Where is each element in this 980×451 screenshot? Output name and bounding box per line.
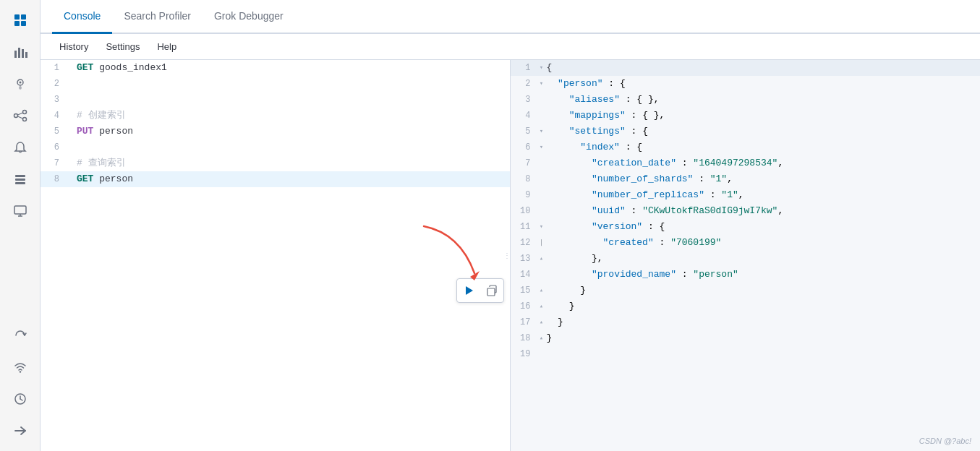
line-content-1: GET goods_index1 bbox=[77, 60, 510, 76]
output-editor[interactable]: 1 ▾ { 2 ▾ "person" : { 3 "aliases" : { }… bbox=[511, 60, 981, 451]
output-line-15: 15 ▴ } bbox=[511, 283, 981, 298]
output-line-num-1: 1 bbox=[511, 60, 537, 76]
line-number-5: 5 bbox=[41, 124, 67, 139]
line-content-4: # 创建索引 bbox=[77, 108, 510, 124]
output-line-5: 5 ▾ "settings" : { bbox=[511, 124, 981, 139]
output-line-8: 8 "number_of_shards" : "1", bbox=[511, 171, 981, 187]
editor-line-4: 4 # 创建索引 bbox=[41, 108, 510, 124]
tab-console[interactable]: Console bbox=[52, 0, 112, 34]
output-line-2: 2 ▾ "person" : { bbox=[511, 76, 981, 92]
editor-line-7: 7 # 查询索引 bbox=[41, 155, 510, 171]
svg-rect-1 bbox=[21, 14, 26, 20]
svg-line-13 bbox=[17, 113, 22, 115]
settings-button[interactable]: Settings bbox=[98, 38, 147, 55]
tab-bar: Console Search Profiler Grok Debugger bbox=[41, 0, 980, 34]
refresh-icon[interactable] bbox=[6, 321, 35, 350]
svg-rect-4 bbox=[14, 51, 17, 58]
line-content-7: # 查询索引 bbox=[77, 155, 510, 171]
svg-rect-6 bbox=[22, 49, 24, 58]
svg-rect-18 bbox=[14, 206, 26, 214]
svg-point-12 bbox=[22, 118, 26, 121]
resize-handle[interactable]: ⋮ bbox=[504, 60, 510, 451]
tab-grok-debugger[interactable]: Grok Debugger bbox=[203, 0, 295, 34]
run-button[interactable] bbox=[459, 280, 479, 301]
svg-point-10 bbox=[14, 114, 17, 118]
bell-icon[interactable] bbox=[6, 133, 35, 162]
tab-search-profiler[interactable]: Search Profiler bbox=[112, 0, 203, 34]
svg-rect-0 bbox=[14, 14, 20, 20]
output-line-10: 10 "uuid" : "CKwUtokfRaS0dIG9jwI7kw", bbox=[511, 203, 981, 219]
svg-rect-15 bbox=[15, 175, 25, 177]
svg-line-14 bbox=[17, 116, 22, 119]
svg-rect-5 bbox=[18, 48, 20, 58]
right-panel: 1 ▾ { 2 ▾ "person" : { 3 "aliases" : { }… bbox=[511, 60, 981, 451]
output-line-9: 9 "number_of_replicas" : "1", bbox=[511, 187, 981, 203]
code-editor[interactable]: 1 GET goods_index1 2 3 4 bbox=[41, 60, 510, 451]
svg-rect-2 bbox=[14, 21, 20, 26]
editor-line-2: 2 bbox=[41, 76, 510, 92]
line-number-7: 7 bbox=[41, 155, 67, 171]
editor-line-5: 5 PUT person bbox=[41, 124, 510, 139]
grid-icon[interactable] bbox=[6, 6, 35, 35]
line-number-4: 4 bbox=[41, 108, 67, 124]
line-number-8: 8 bbox=[41, 171, 67, 187]
editor-line-1: 1 GET goods_index1 bbox=[41, 60, 510, 76]
output-line-12: 12 │ "created" : "7060199" bbox=[511, 235, 981, 251]
clock-icon[interactable] bbox=[6, 385, 35, 413]
output-line-4: 4 "mappings" : { }, bbox=[511, 108, 981, 124]
output-line-13: 13 ▴ }, bbox=[511, 251, 981, 267]
output-line-18: 18 ▴ } bbox=[511, 330, 981, 346]
output-content-1: { bbox=[547, 60, 981, 76]
line-number-1: 1 bbox=[41, 60, 67, 76]
output-line-7: 7 "creation_date" : "1640497298534", bbox=[511, 155, 981, 171]
history-button[interactable]: History bbox=[52, 38, 95, 55]
toolbar: History Settings Help bbox=[41, 34, 980, 60]
copy-button[interactable] bbox=[482, 280, 502, 301]
arrow-right-icon[interactable] bbox=[6, 416, 35, 445]
left-panel: 1 GET goods_index1 2 3 4 bbox=[41, 60, 511, 451]
svg-rect-3 bbox=[21, 21, 26, 26]
wifi-icon[interactable] bbox=[6, 353, 35, 382]
map-icon[interactable] bbox=[6, 69, 35, 98]
output-line-16: 16 ▴ } bbox=[511, 298, 981, 314]
main-content: Console Search Profiler Grok Debugger Hi… bbox=[41, 0, 980, 451]
monitor-icon[interactable] bbox=[6, 197, 35, 226]
output-line-17: 17 ▴ } bbox=[511, 314, 981, 330]
editor-line-3: 3 bbox=[41, 92, 510, 108]
sidebar bbox=[0, 0, 41, 451]
editor-line-8: 8 GET person bbox=[41, 171, 510, 187]
output-line-6: 6 ▾ "index" : { bbox=[511, 139, 981, 155]
svg-marker-26 bbox=[466, 286, 473, 295]
svg-point-11 bbox=[22, 111, 26, 114]
watermark: CSDN @?abc! bbox=[919, 437, 971, 445]
line-number-2: 2 bbox=[41, 76, 67, 92]
svg-point-9 bbox=[19, 82, 21, 84]
line-number-3: 3 bbox=[41, 92, 67, 108]
nodes-icon[interactable] bbox=[6, 101, 35, 130]
output-line-19: 19 bbox=[511, 346, 981, 362]
action-buttons bbox=[456, 278, 504, 303]
svg-rect-7 bbox=[25, 52, 27, 58]
line-content-5: PUT person bbox=[77, 124, 510, 139]
svg-rect-16 bbox=[15, 179, 25, 181]
svg-rect-17 bbox=[15, 182, 25, 184]
layers-icon[interactable] bbox=[6, 165, 35, 194]
output-line-14: 14 "provided_name" : "person" bbox=[511, 267, 981, 283]
line-number-6: 6 bbox=[41, 139, 67, 155]
svg-point-21 bbox=[19, 371, 20, 372]
chart-icon[interactable] bbox=[6, 38, 35, 66]
svg-line-24 bbox=[20, 399, 22, 400]
editor-container: 1 GET goods_index1 2 3 4 bbox=[41, 60, 980, 451]
help-button[interactable]: Help bbox=[150, 38, 184, 55]
editor-line-6: 6 bbox=[41, 139, 510, 155]
output-line-11: 11 ▾ "version" : { bbox=[511, 219, 981, 235]
output-gutter-1[interactable]: ▾ bbox=[537, 60, 547, 76]
line-content-8: GET person bbox=[77, 171, 510, 187]
svg-rect-27 bbox=[487, 288, 495, 296]
output-line-3: 3 "aliases" : { }, bbox=[511, 92, 981, 108]
output-line-1: 1 ▾ { bbox=[511, 60, 981, 76]
